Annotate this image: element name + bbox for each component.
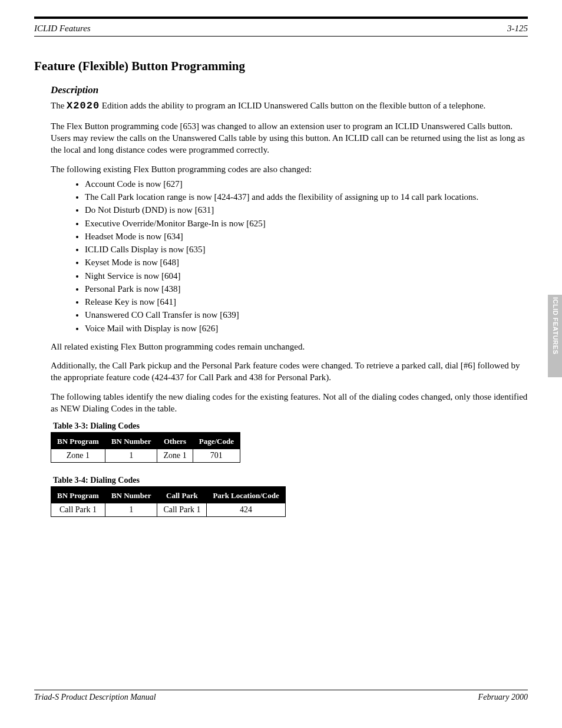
table-caption-label: Table 3-3: bbox=[53, 421, 90, 430]
table-header: BN Number bbox=[105, 433, 157, 449]
list-item: Personal Park is now [438] bbox=[85, 282, 528, 295]
model-code: X2020 bbox=[67, 100, 100, 111]
paragraph-2: The Flex Button programming code [653] w… bbox=[51, 120, 528, 156]
table-caption-text: Dialing Codes bbox=[90, 421, 140, 430]
paragraph-3: The following existing Flex Button progr… bbox=[51, 163, 528, 175]
list-item: ICLID Calls Display is now [635] bbox=[85, 243, 528, 256]
table-header: BN Program bbox=[51, 487, 105, 503]
table-caption-text: Dialing Codes bbox=[90, 476, 140, 485]
list-item: Voice Mail with Display is now [626] bbox=[85, 322, 528, 335]
list-item: The Call Park location range is now [424… bbox=[85, 190, 528, 203]
table-caption-label: Table 3-4: bbox=[53, 476, 90, 485]
list-item: Keyset Mode is now [648] bbox=[85, 256, 528, 269]
page-footer: Triad-S Product Description Manual Febru… bbox=[34, 690, 528, 702]
list-item: Release Key is now [641] bbox=[85, 295, 528, 308]
table-3-3: Table 3-3: Dialing Codes BN Program BN N… bbox=[51, 421, 528, 463]
table-row: Zone 1 1 Zone 1 701 bbox=[51, 449, 240, 463]
description-heading: Description bbox=[51, 84, 528, 96]
table-3-4: Table 3-4: Dialing Codes BN Program BN N… bbox=[51, 476, 528, 517]
list-item: Night Service is now [604] bbox=[85, 269, 528, 282]
table-header: BN Program bbox=[51, 433, 105, 449]
list-item: Account Code is now [627] bbox=[85, 177, 528, 190]
paragraph-6: The following tables identify the new di… bbox=[51, 391, 528, 415]
paragraph-4: All related existing Flex Button program… bbox=[51, 341, 528, 353]
list-item: Do Not Disturb (DND) is now [631] bbox=[85, 203, 528, 216]
header-right: 3-125 bbox=[507, 24, 528, 34]
paragraph-1: The X2020 Edition adds the ability to pr… bbox=[51, 100, 528, 113]
table-header: Others bbox=[157, 433, 193, 449]
side-tab-label: ICLID FEATURES bbox=[552, 297, 559, 354]
footer-right: February 2000 bbox=[478, 693, 528, 702]
table-header: Page/Code bbox=[193, 433, 240, 449]
section-title: Feature (Flexible) Button Programming bbox=[34, 59, 528, 74]
side-tab: ICLID FEATURES bbox=[548, 295, 562, 377]
list-item: Executive Override/Monitor Barge-In is n… bbox=[85, 217, 528, 230]
footer-left: Triad-S Product Description Manual bbox=[34, 693, 156, 702]
table-header: Park Location/Code bbox=[207, 487, 285, 503]
bullet-list: Account Code is now [627] The Call Park … bbox=[85, 177, 528, 335]
table-header: BN Number bbox=[105, 487, 157, 503]
table-header: Call Park bbox=[157, 487, 207, 503]
page-header: ICLID Features 3-125 bbox=[34, 22, 528, 37]
table-row: Call Park 1 1 Call Park 1 424 bbox=[51, 503, 286, 517]
list-item: Headset Mode is now [634] bbox=[85, 230, 528, 243]
paragraph-5: Additionally, the Call Park pickup and t… bbox=[51, 360, 528, 384]
header-left: ICLID Features bbox=[34, 24, 91, 34]
list-item: Unanswered CO Call Transfer is now [639] bbox=[85, 308, 528, 321]
